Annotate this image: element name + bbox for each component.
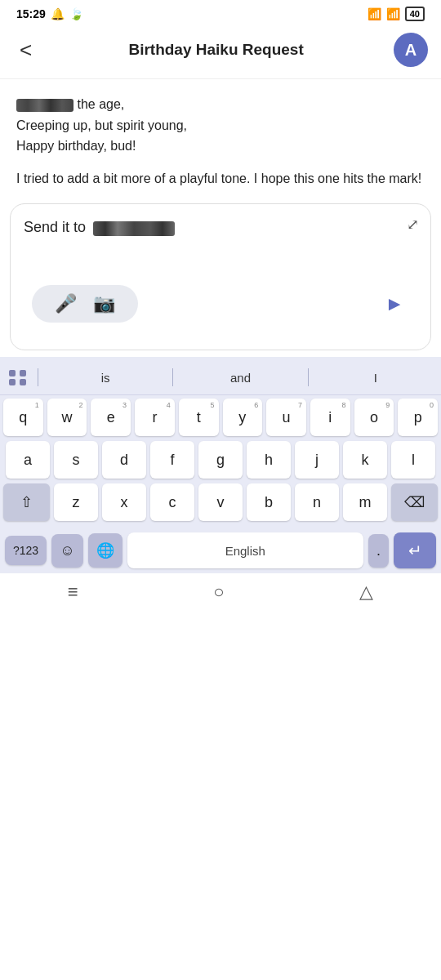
- key-a[interactable]: a: [6, 441, 50, 479]
- back-button[interactable]: <: [13, 34, 38, 66]
- key-num-1: 1: [35, 401, 39, 409]
- home-nav-icon[interactable]: ○: [213, 581, 224, 603]
- key-b[interactable]: b: [247, 483, 291, 521]
- redacted-recipient: [93, 221, 175, 236]
- grid-dot: [9, 370, 16, 376]
- key-s[interactable]: s: [54, 441, 98, 479]
- send-prefix: Send it to: [24, 219, 86, 235]
- key-u[interactable]: 7u: [266, 399, 306, 436]
- key-d[interactable]: d: [102, 441, 146, 479]
- keyboard-grid-icon[interactable]: [0, 370, 36, 385]
- message-line2: Creeping up, but spirit young,: [16, 118, 187, 132]
- spacebar[interactable]: English: [127, 532, 363, 568]
- key-t[interactable]: 5t: [179, 399, 219, 436]
- camera-button[interactable]: 📷: [93, 293, 115, 314]
- key-x[interactable]: x: [102, 483, 146, 521]
- message-input-area[interactable]: Send it to ⤢ 🎤 📷 ►: [10, 203, 431, 350]
- wifi-icon: 📶: [368, 7, 381, 20]
- key-r[interactable]: 4r: [135, 399, 175, 436]
- status-left: 15:29 🔔 🍃: [16, 7, 83, 20]
- suggestion-item-1[interactable]: is: [40, 369, 171, 386]
- key-l[interactable]: l: [391, 441, 435, 479]
- symbols-key[interactable]: ?123: [5, 536, 47, 565]
- signal-icon: 📶: [386, 7, 400, 20]
- key-p[interactable]: 0p: [398, 399, 438, 436]
- shift-key[interactable]: ⇧: [3, 483, 50, 521]
- input-prefix-text: Send it to: [24, 219, 417, 236]
- top-bar: < Birthday Haiku Request A: [0, 24, 441, 79]
- keyboard-bottom-bar: ?123 ☺ 🌐 English . ↵: [0, 526, 441, 573]
- key-row-3: ⇧ z x c v b n m ⌫: [3, 483, 438, 521]
- key-z[interactable]: z: [54, 483, 98, 521]
- suggestion-bar: is and I: [0, 360, 441, 395]
- key-k[interactable]: k: [343, 441, 387, 479]
- key-num-0: 0: [430, 401, 434, 409]
- suggestion-divider: [308, 368, 309, 386]
- globe-key[interactable]: 🌐: [88, 533, 122, 568]
- key-num-2: 2: [78, 401, 82, 409]
- time-display: 15:29: [16, 7, 46, 20]
- message-line3: Happy birthday, bud!: [16, 139, 136, 153]
- key-y[interactable]: 6y: [223, 399, 263, 436]
- chat-title: Birthday Haiku Request: [128, 41, 303, 59]
- avatar[interactable]: A: [394, 33, 428, 67]
- suggestion-divider: [38, 368, 38, 386]
- key-w[interactable]: 2w: [47, 399, 87, 436]
- key-i[interactable]: 8i: [310, 399, 350, 436]
- input-action-bar: 🎤 📷 ►: [24, 285, 417, 323]
- grid-dot: [20, 370, 26, 376]
- media-action-group: 🎤 📷: [32, 285, 138, 323]
- grid-dots: [9, 370, 27, 385]
- activity-icon: 🍃: [69, 7, 83, 20]
- emoji-key[interactable]: ☺: [51, 534, 82, 568]
- key-n[interactable]: n: [295, 483, 339, 521]
- grid-dot: [9, 379, 16, 385]
- navigation-bar: ≡ ○ △: [0, 573, 441, 609]
- notification-icon: 🔔: [51, 7, 65, 20]
- chat-area: the age, Creeping up, but spirit young, …: [0, 79, 441, 197]
- key-row-2: a s d f g h j k l: [3, 441, 438, 479]
- message-line1: the age,: [77, 97, 124, 111]
- backspace-key[interactable]: ⌫: [391, 483, 438, 521]
- key-rows: 1q 2w 3e 4r 5t 6y 7u 8i 9o 0p a s d f g …: [0, 395, 441, 521]
- key-g[interactable]: g: [198, 441, 243, 479]
- message-note: I tried to add a bit more of a playful t…: [16, 168, 425, 189]
- key-j[interactable]: j: [295, 441, 339, 479]
- key-e[interactable]: 3e: [91, 399, 131, 436]
- battery-display: 40: [405, 7, 425, 21]
- key-f[interactable]: f: [150, 441, 194, 479]
- key-m[interactable]: m: [343, 483, 387, 521]
- menu-nav-icon[interactable]: ≡: [68, 581, 78, 603]
- key-h[interactable]: h: [247, 441, 291, 479]
- mic-button[interactable]: 🎤: [55, 293, 77, 314]
- suggestion-divider: [172, 368, 173, 386]
- key-num-3: 3: [122, 401, 127, 409]
- period-key[interactable]: .: [368, 534, 389, 568]
- key-q[interactable]: 1q: [3, 399, 43, 436]
- status-right: 📶 📶 40: [368, 7, 425, 21]
- key-row-1: 1q 2w 3e 4r 5t 6y 7u 8i 9o 0p: [3, 399, 438, 436]
- enter-key[interactable]: ↵: [394, 532, 436, 568]
- grid-dot: [20, 379, 26, 385]
- key-c[interactable]: c: [150, 483, 194, 521]
- key-num-7: 7: [298, 401, 302, 409]
- key-num-6: 6: [254, 401, 258, 409]
- back-nav-icon[interactable]: △: [359, 581, 373, 603]
- redacted-name: [16, 99, 74, 112]
- send-button[interactable]: ►: [380, 287, 409, 320]
- key-num-4: 4: [167, 401, 171, 409]
- suggestion-item-2[interactable]: and: [175, 369, 305, 386]
- key-num-8: 8: [342, 401, 346, 409]
- key-o[interactable]: 9o: [354, 399, 394, 436]
- key-num-5: 5: [210, 401, 214, 409]
- suggestion-item-3[interactable]: I: [310, 369, 441, 386]
- status-bar: 15:29 🔔 🍃 📶 📶 40: [0, 0, 441, 24]
- message-body: the age, Creeping up, but spirit young, …: [16, 94, 425, 157]
- key-num-9: 9: [385, 401, 390, 409]
- key-v[interactable]: v: [198, 483, 243, 521]
- keyboard: is and I 1q 2w 3e 4r 5t 6y 7u 8i 9o 0p a…: [0, 357, 441, 573]
- expand-icon[interactable]: ⤢: [407, 216, 419, 234]
